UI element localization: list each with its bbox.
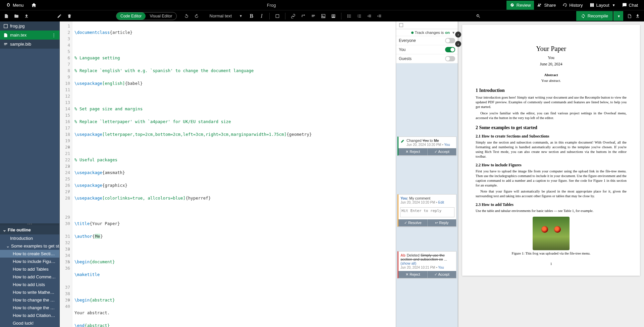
outline-item[interactable]: Introduction — [0, 234, 59, 242]
outline-item[interactable]: Good luck! — [0, 319, 59, 327]
outline-item[interactable]: How to add Tables — [0, 265, 59, 273]
svg-point-5 — [347, 17, 348, 18]
rename-icon[interactable] — [56, 12, 63, 20]
chevron-down-icon: ▼ — [612, 3, 615, 7]
delete-icon[interactable] — [66, 12, 73, 20]
visual-editor-tab[interactable]: Visual Editor — [146, 12, 176, 20]
cite-icon[interactable] — [310, 12, 317, 20]
outline-item[interactable]: How to add Lists — [0, 281, 59, 288]
indent-icon[interactable] — [376, 12, 383, 20]
text-style-select[interactable]: Normal text ▼ — [207, 12, 245, 20]
file-label: sample.bib — [10, 42, 31, 47]
pdf-subsection: 2.2 How to include Figures — [476, 163, 627, 168]
layout-button[interactable]: Layout ▼ — [586, 1, 619, 10]
svg-point-2 — [322, 15, 323, 16]
collapse-left-icon[interactable]: ‹ — [455, 41, 461, 47]
review-panel: › ‹ Track changes is on ▼ Everyone You G… — [396, 21, 458, 327]
editor-mode-toggle[interactable]: Code Editor Visual Editor — [116, 12, 177, 20]
project-title: Frog — [37, 3, 506, 8]
outline-item[interactable]: How to add Citations a... — [0, 312, 59, 319]
chat-button[interactable]: Chat — [619, 1, 641, 10]
accept-button[interactable]: ✓ Accept — [428, 271, 457, 278]
menu-label: Menu — [13, 3, 24, 8]
toggle-label: You — [399, 47, 406, 52]
track-state: on — [445, 31, 450, 35]
menu-button[interactable]: Menu — [3, 1, 27, 10]
pdf-title: Your Paper — [476, 45, 627, 53]
outline-item[interactable]: How to change the ma... — [0, 296, 59, 304]
outline-item[interactable]: ⌄Some examples to get start... — [0, 242, 59, 250]
history-button[interactable]: History — [559, 1, 586, 10]
share-button[interactable]: Share — [534, 1, 559, 10]
svg-point-4 — [347, 16, 348, 16]
toggle-switch[interactable] — [445, 38, 455, 43]
reject-button[interactable]: ✕ Reject — [398, 148, 428, 155]
outline-item[interactable]: How to create Sections... — [0, 250, 59, 258]
pdf-paragraph: Use the table and tabular environments f… — [476, 209, 627, 213]
review-button[interactable]: Review — [506, 1, 534, 10]
bullet-list-icon[interactable] — [345, 12, 353, 20]
code-content[interactable]: \documentclass{article} % Language setti… — [72, 21, 396, 327]
new-folder-icon[interactable] — [13, 12, 20, 20]
line-gutter: 12345678910 111213141516171819 ▾20 2122 … — [60, 21, 72, 327]
redo-icon[interactable] — [193, 12, 200, 20]
new-file-icon[interactable] — [3, 12, 10, 20]
table-icon[interactable] — [330, 12, 337, 20]
undo-icon[interactable] — [183, 12, 190, 20]
file-frog-jpg[interactable]: frog.jpg — [0, 21, 59, 31]
download-icon[interactable] — [634, 12, 641, 20]
upload-icon[interactable] — [23, 12, 30, 20]
math-icon[interactable] — [274, 12, 281, 20]
toggle-label: Everyone — [399, 38, 416, 43]
pdf-preview[interactable]: Your Paper You June 20, 2024 Abstract Yo… — [458, 21, 644, 327]
toggle-guests: Guests — [396, 54, 458, 63]
outline-item[interactable]: How to change the doc... — [0, 304, 59, 312]
logs-icon[interactable] — [626, 12, 633, 20]
search-icon[interactable] — [475, 12, 482, 20]
number-list-icon[interactable] — [356, 12, 363, 20]
show-all-link[interactable]: (show all) — [400, 261, 416, 265]
outline-item[interactable]: How to add Comments... — [0, 273, 59, 281]
toggle-everyone: Everyone — [396, 36, 458, 45]
code-editor[interactable]: 12345678910 111213141516171819 ▾20 2122 … — [60, 21, 396, 327]
edit-link[interactable]: Edit — [438, 201, 444, 204]
toggle-switch[interactable] — [445, 47, 455, 52]
outdent-icon[interactable] — [366, 12, 373, 20]
reply-button[interactable]: ↩ Reply — [428, 219, 457, 226]
pdf-date: June 20, 2024 — [476, 62, 627, 67]
ref-icon[interactable] — [300, 12, 307, 20]
bold-icon[interactable]: B — [248, 12, 255, 20]
pdf-paragraph: First you have to upload the image file … — [476, 169, 627, 188]
pdf-section: 2 Some examples to get started — [476, 125, 627, 130]
pdf-subsection: 2.3 How to add Tables — [476, 202, 627, 207]
outline-item[interactable]: How to write Mathema... — [0, 288, 59, 296]
resolve-button[interactable]: ✓ Resolve — [398, 219, 428, 226]
link-icon[interactable] — [289, 12, 297, 20]
overview-icon[interactable] — [399, 23, 404, 28]
svg-rect-0 — [276, 15, 279, 18]
outline-label: File outline — [8, 227, 31, 232]
recompile-button[interactable]: Recompile — [576, 11, 613, 21]
file-sample-bib[interactable]: sample.bib — [0, 40, 59, 49]
delete-card: Ab Deleted Simply use the section and su… — [397, 251, 457, 278]
toggle-you: You — [396, 45, 458, 54]
chevron-down-icon[interactable]: ▼ — [452, 31, 455, 35]
code-editor-tab[interactable]: Code Editor — [116, 12, 146, 20]
recompile-dropdown[interactable]: ▼ — [613, 11, 623, 21]
reply-input[interactable] — [400, 207, 454, 217]
figure-icon[interactable] — [320, 12, 327, 20]
file-main-tex[interactable]: main.tex ⋮ — [0, 31, 59, 40]
svg-point-3 — [347, 15, 348, 15]
outline-item[interactable]: How to include Figures — [0, 258, 59, 265]
home-icon[interactable] — [31, 2, 37, 8]
pdf-figure — [533, 217, 570, 250]
reject-button[interactable]: ✕ Reject — [398, 271, 428, 278]
comment-card: You: My comment Jun 20, 2024 10:20 PM • … — [397, 194, 457, 227]
track-label: Track changes is — [415, 31, 444, 35]
accept-button[interactable]: ✓ Accept — [428, 148, 457, 155]
outline-header[interactable]: ⌄ File outline — [0, 225, 59, 234]
collapse-right-icon[interactable]: › — [455, 32, 461, 38]
italic-icon[interactable]: I — [258, 12, 265, 20]
toggle-switch[interactable] — [445, 56, 455, 61]
file-menu-icon[interactable]: ⋮ — [52, 33, 56, 38]
